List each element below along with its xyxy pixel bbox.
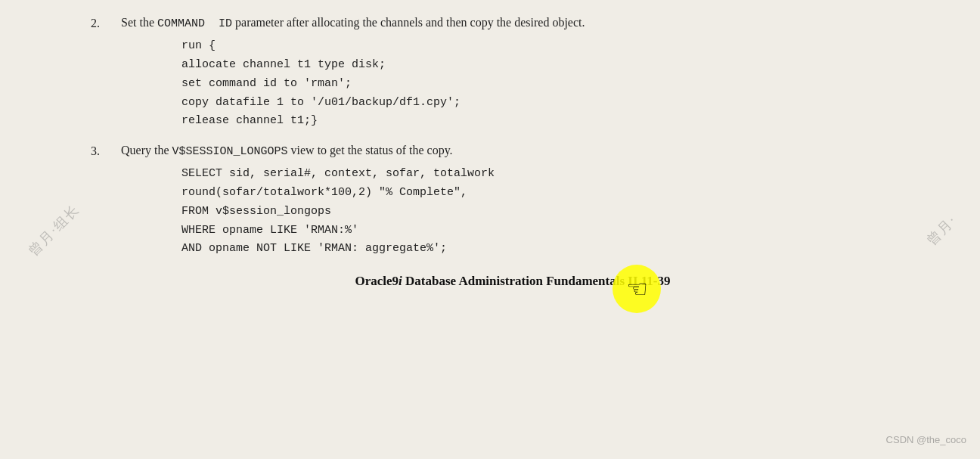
list-content-2: Set the COMMAND ID parameter after alloc…	[121, 14, 935, 131]
code-line-3-2: FROM v$session_longops	[181, 203, 935, 222]
code-line-3-1: round(sofar/totalwork*100,2) "% Complete…	[181, 184, 935, 203]
code-line-2-3: copy datafile 1 to '/u01/backup/df1.cpy'…	[181, 94, 935, 113]
cursor-hand-icon: ☞	[626, 274, 648, 303]
list-description-3: Query the V$SESSION_LONGOPS view to get …	[121, 141, 935, 160]
code-line-3-3: WHERE opname LIKE 'RMAN:%'	[181, 222, 935, 240]
list-number-2: 2.	[91, 14, 121, 131]
cursor-indicator: ☞	[612, 265, 661, 313]
list-description-2: Set the COMMAND ID parameter after alloc…	[121, 14, 935, 33]
code-line-3-4: AND opname NOT LIKE 'RMAN: aggregate%';	[181, 240, 935, 259]
csdn-watermark: CSDN @the_coco	[886, 434, 966, 445]
code-block-2: run { allocate channel t1 type disk; set…	[121, 37, 935, 131]
code-block-3: SELECT sid, serial#, context, sofar, tot…	[121, 165, 935, 259]
vsession-longops-code: V$SESSION_LONGOPS	[172, 145, 288, 158]
footer-prefix: Oracle9	[355, 274, 399, 288]
list-item-3: 3. Query the V$SESSION_LONGOPS view to g…	[91, 141, 935, 259]
footer-title: Oracle9i Database Administration Fundame…	[91, 274, 935, 289]
code-line-2-1: allocate channel t1 type disk;	[181, 56, 935, 75]
code-line-2-4: release channel t1;}	[181, 112, 935, 131]
list-item-2: 2. Set the COMMAND ID parameter after al…	[91, 14, 935, 131]
code-line-3-0: SELECT sid, serial#, context, sofar, tot…	[181, 165, 935, 184]
list-number-3: 3.	[91, 141, 121, 259]
code-line-2-0: run {	[181, 37, 935, 56]
page-content: 2. Set the COMMAND ID parameter after al…	[0, 0, 980, 459]
code-line-2-2: set command id to 'rman';	[181, 75, 935, 94]
command-id-code: COMMAND ID	[157, 17, 232, 30]
list-content-3: Query the V$SESSION_LONGOPS view to get …	[121, 141, 935, 259]
